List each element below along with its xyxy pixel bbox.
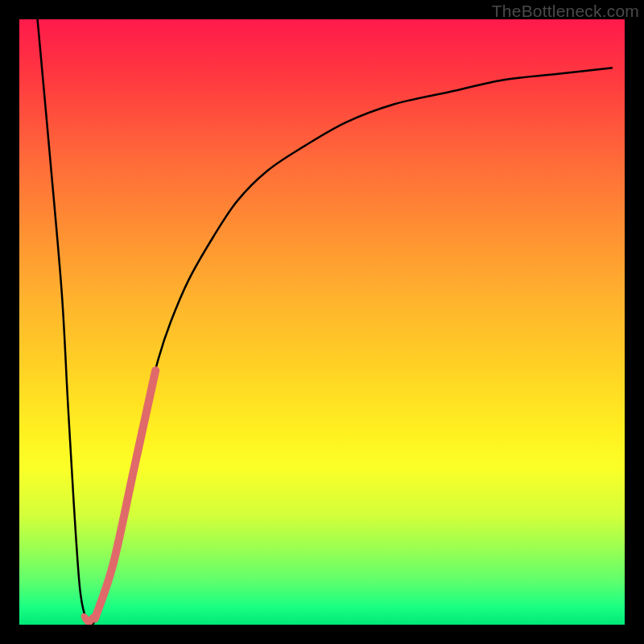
optimum-marker-heart [81,613,97,625]
plot-area [19,19,625,625]
watermark-text: TheBottleneck.com [492,2,639,21]
curve-layer [19,19,625,625]
highlight-segment [95,370,155,618]
chart-frame: TheBottleneck.com [0,0,644,644]
bottleneck-curve [38,19,613,625]
